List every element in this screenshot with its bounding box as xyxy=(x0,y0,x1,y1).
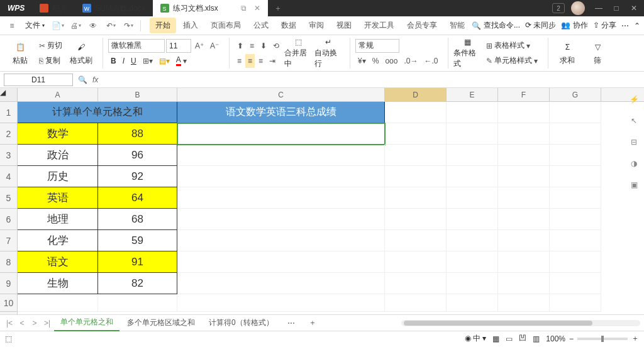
name-box-input[interactable] xyxy=(4,74,73,86)
cell[interactable] xyxy=(385,145,447,166)
col-header[interactable]: D xyxy=(385,88,447,101)
first-sheet-icon[interactable]: |< xyxy=(4,319,15,328)
doc-tab-daoke[interactable]: 稻壳 xyxy=(32,0,75,16)
conditional-format-button[interactable]: ▦条件格式 xyxy=(453,38,481,69)
cell[interactable] xyxy=(385,209,447,230)
cell[interactable] xyxy=(550,294,601,312)
cell[interactable] xyxy=(177,145,385,166)
italic-icon[interactable]: I xyxy=(120,54,127,68)
cell[interactable] xyxy=(550,123,601,145)
cell-c2[interactable] xyxy=(177,123,385,145)
select-all-corner[interactable]: ◢ xyxy=(0,88,17,102)
tab-start[interactable]: 开始 xyxy=(150,18,176,33)
file-menu[interactable]: 文件 ▾ xyxy=(21,18,48,33)
print-icon[interactable]: 🖨 xyxy=(67,18,84,33)
cell[interactable] xyxy=(498,294,550,312)
sheet-tab-1[interactable]: 单个单元格之和 xyxy=(54,314,119,331)
badge-icon[interactable]: 2 xyxy=(552,3,565,13)
status-icon[interactable]: ⬚ xyxy=(5,334,12,343)
cell[interactable]: 59 xyxy=(98,230,177,251)
view-break-icon[interactable]: 凹 xyxy=(519,333,526,344)
last-sheet-icon[interactable]: >| xyxy=(42,319,53,328)
redo-icon[interactable]: ↷ xyxy=(120,18,136,33)
avatar[interactable] xyxy=(571,1,585,15)
row-header[interactable]: 10 xyxy=(0,294,17,312)
align-left-icon[interactable]: ≡ xyxy=(235,54,244,68)
cell[interactable] xyxy=(550,187,601,209)
cell[interactable] xyxy=(447,102,498,123)
tab-insert[interactable]: 插入 xyxy=(177,18,204,33)
tool-icon[interactable]: ▣ xyxy=(628,179,640,191)
cell[interactable] xyxy=(498,273,550,294)
copy-button[interactable]: ⎘ 复制 xyxy=(36,54,65,68)
row-header[interactable]: 6 xyxy=(0,209,17,230)
collapse-ribbon-icon[interactable]: ⌃ xyxy=(634,21,640,30)
close-window-button[interactable]: ✕ xyxy=(626,2,641,14)
cell[interactable] xyxy=(447,230,498,251)
row-header[interactable]: 3 xyxy=(0,145,17,166)
cell[interactable] xyxy=(550,145,601,166)
cell[interactable] xyxy=(18,294,98,312)
align-top-icon[interactable]: ⬆ xyxy=(235,39,246,53)
cell[interactable] xyxy=(447,123,498,145)
zoom-in-icon[interactable]: ＋ xyxy=(631,333,639,344)
cell[interactable] xyxy=(550,273,601,294)
shrink-font-icon[interactable]: A⁻ xyxy=(208,39,221,53)
add-sheet-button[interactable]: ＋ xyxy=(303,315,323,331)
save-icon[interactable]: 📄 xyxy=(50,18,66,33)
dec-decimal-icon[interactable]: ←.0 xyxy=(421,54,440,68)
zoom-fx-icon[interactable]: 🔍 xyxy=(78,75,87,84)
tab-data[interactable]: 数据 xyxy=(275,18,302,33)
settings-icon[interactable]: ⊟ xyxy=(628,136,640,148)
cell[interactable]: 92 xyxy=(98,166,177,187)
new-tab-button[interactable]: ＋ xyxy=(268,0,288,16)
wrap-text-button[interactable]: ↵自动换行 xyxy=(314,38,342,69)
cell[interactable]: 82 xyxy=(98,273,177,294)
cell[interactable] xyxy=(447,209,498,230)
inc-decimal-icon[interactable]: .0→ xyxy=(401,54,420,68)
cell[interactable] xyxy=(385,230,447,251)
cell[interactable] xyxy=(98,294,177,312)
cell[interactable]: 语文 xyxy=(18,251,98,273)
paste-button[interactable]: 📋粘贴 xyxy=(6,38,34,69)
cell[interactable] xyxy=(550,251,601,273)
align-bottom-icon[interactable]: ⬇ xyxy=(258,39,269,53)
comma-icon[interactable]: ooo xyxy=(382,54,400,68)
row-header[interactable]: 5 xyxy=(0,187,17,209)
sheet-more[interactable]: ⋯ xyxy=(281,316,301,330)
cell[interactable]: 88 xyxy=(98,123,177,145)
cell[interactable] xyxy=(498,166,550,187)
cursor-icon[interactable]: ↖ xyxy=(628,114,640,127)
row-header[interactable]: 4 xyxy=(0,166,17,187)
horizontal-scrollbar[interactable] xyxy=(401,320,640,326)
cell[interactable] xyxy=(447,187,498,209)
cell[interactable] xyxy=(498,123,550,145)
view-page-icon[interactable]: ▭ xyxy=(506,334,513,343)
tab-formula[interactable]: 公式 xyxy=(248,18,274,33)
maximize-button[interactable]: □ xyxy=(609,2,624,14)
cell[interactable]: 生物 xyxy=(18,273,98,294)
cell[interactable] xyxy=(385,187,447,209)
cell[interactable] xyxy=(498,145,550,166)
cell[interactable]: 地理 xyxy=(18,209,98,230)
font-color-icon[interactable]: A▾ xyxy=(174,54,189,68)
cell[interactable] xyxy=(177,230,385,251)
cell[interactable] xyxy=(447,145,498,166)
cell[interactable] xyxy=(550,209,601,230)
tab-view[interactable]: 视图 xyxy=(331,18,357,33)
view-normal-icon[interactable]: ▦ xyxy=(492,334,499,343)
table-style-button[interactable]: ⊞ 表格样式▾ xyxy=(484,39,540,53)
format-painter-button[interactable]: 🖌格式刷 xyxy=(67,38,95,69)
table-header-right[interactable]: 语文数学英语三科总成绩 xyxy=(177,102,385,123)
row-header[interactable]: 7 xyxy=(0,230,17,251)
font-select[interactable] xyxy=(108,39,165,53)
menu-icon[interactable]: ≡ xyxy=(4,18,20,33)
cell[interactable]: 91 xyxy=(98,251,177,273)
cell[interactable] xyxy=(385,294,447,312)
row-header[interactable]: 8 xyxy=(0,251,17,273)
sheet-tab-3[interactable]: 计算得0（转格式） xyxy=(203,315,280,331)
cell-style-button[interactable]: ✎ 单元格样式▾ xyxy=(484,54,540,68)
cell[interactable]: 化学 xyxy=(18,230,98,251)
table-header-left[interactable]: 计算单个单元格之和 xyxy=(98,102,177,123)
indent-icon[interactable]: ⇥ xyxy=(267,54,278,68)
